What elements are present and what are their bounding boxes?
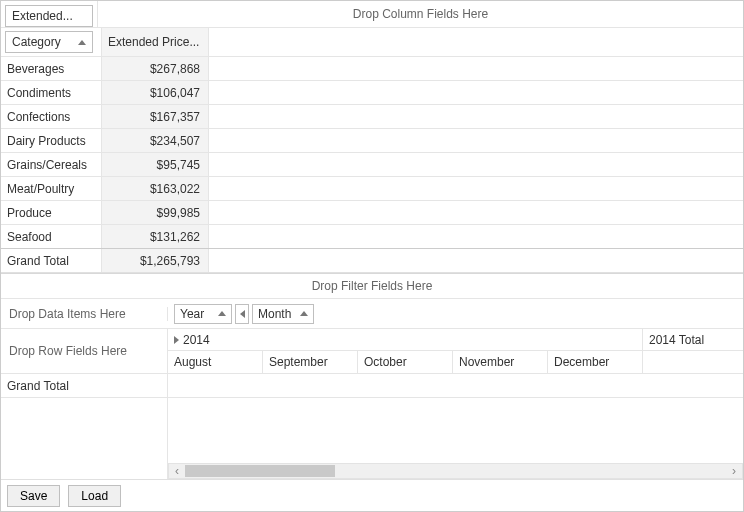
sort-asc-icon: [78, 40, 86, 45]
sort-asc-icon: [300, 311, 308, 316]
value-header-cell[interactable]: Extended Price...: [101, 28, 209, 56]
data-area-empty: [168, 398, 743, 463]
pivot2-body: [1, 398, 743, 479]
row-value: $99,985: [101, 201, 209, 224]
month-header[interactable]: December: [548, 351, 643, 373]
pivot-grid-top: Extended... Drop Column Fields Here Cate…: [1, 1, 743, 273]
row-area-gap: [1, 398, 168, 463]
month-header[interactable]: September: [263, 351, 358, 373]
pivot2-data-col-row: Drop Data Items Here Year Month: [1, 299, 743, 329]
month-header-spacer: [643, 351, 743, 373]
pivot1-column-headers: Category Extended Price...: [1, 28, 743, 56]
col-field-chip-month[interactable]: Month: [252, 304, 314, 324]
value-header-label: Extended Price...: [108, 35, 199, 49]
drop-row-fields-area[interactable]: Drop Row Fields Here: [1, 329, 168, 373]
table-row: Condiments $106,047: [1, 80, 743, 104]
chip-label: Extended...: [12, 9, 73, 23]
row-value: $106,047: [101, 81, 209, 104]
row-value: $131,262: [101, 225, 209, 248]
grand-total-label: Grand Total: [1, 249, 101, 272]
row-value: $234,507: [101, 129, 209, 152]
save-button[interactable]: Save: [7, 485, 60, 507]
pivot2-column-headers: Drop Row Fields Here 2014 2014 Total Aug…: [1, 329, 743, 374]
sort-asc-icon: [218, 311, 226, 316]
grand-total-value: $1,265,793: [101, 249, 209, 272]
footer-toolbar: Save Load: [1, 479, 743, 511]
pivot-grid-bottom: Drop Filter Fields Here Drop Data Items …: [1, 273, 743, 479]
table-row: Grains/Cereals $95,745: [1, 152, 743, 176]
prev-field-button[interactable]: [235, 304, 249, 324]
app-window: Extended... Drop Column Fields Here Cate…: [0, 0, 744, 512]
chip-label: Year: [180, 307, 204, 321]
chip-label: Month: [258, 307, 291, 321]
pivot2-grand-total-label: Grand Total: [1, 374, 168, 397]
month-header-row: August September October November Decemb…: [168, 351, 743, 373]
drop-data-hint: Drop Data Items Here: [9, 307, 126, 321]
pivot1-grid: Category Extended Price... Beverages $26…: [1, 27, 743, 272]
row-field-chip-category[interactable]: Category: [5, 31, 93, 53]
table-row: Confections $167,357: [1, 104, 743, 128]
data-field-chip-extended[interactable]: Extended...: [5, 5, 93, 27]
year-total-header: 2014 Total: [643, 329, 743, 350]
chip-label: Category: [12, 35, 61, 49]
col-field-chip-year[interactable]: Year: [174, 304, 232, 324]
load-button[interactable]: Load: [68, 485, 121, 507]
table-row: Produce $99,985: [1, 200, 743, 224]
drop-data-items-area[interactable]: Drop Data Items Here: [1, 307, 168, 321]
expand-icon[interactable]: [174, 336, 179, 344]
pivot1-header-row: Extended... Drop Column Fields Here: [1, 1, 743, 27]
row-label[interactable]: Dairy Products: [1, 129, 101, 152]
row-label[interactable]: Seafood: [1, 225, 101, 248]
row-field-cell: Category: [1, 28, 101, 56]
row-label[interactable]: Beverages: [1, 57, 101, 80]
month-header[interactable]: October: [358, 351, 453, 373]
horizontal-scrollbar[interactable]: [1, 463, 743, 479]
row-label[interactable]: Meat/Poultry: [1, 177, 101, 200]
chevron-left-icon: [240, 310, 245, 318]
month-header[interactable]: August: [168, 351, 263, 373]
grand-total-row: Grand Total $1,265,793: [1, 248, 743, 272]
drop-filter-hint: Drop Filter Fields Here: [312, 279, 433, 293]
row-value: $267,868: [101, 57, 209, 80]
row-label[interactable]: Produce: [1, 201, 101, 224]
year-label: 2014: [183, 333, 210, 347]
table-row: Seafood $131,262: [1, 224, 743, 248]
table-row: Meat/Poultry $163,022: [1, 176, 743, 200]
drop-row-hint: Drop Row Fields Here: [9, 344, 127, 358]
row-value: $95,745: [101, 153, 209, 176]
row-label[interactable]: Confections: [1, 105, 101, 128]
row-value: $167,357: [101, 105, 209, 128]
pivot2-column-header-right: 2014 2014 Total August September October…: [168, 329, 743, 373]
row-label[interactable]: Condiments: [1, 81, 101, 104]
table-row: Beverages $267,868: [1, 56, 743, 80]
pivot2-empty-space: [1, 398, 743, 463]
pivot2-grand-total-row: Grand Total: [1, 374, 743, 398]
scrollbar-left-gap: [1, 463, 168, 479]
scroll-right-button[interactable]: [726, 464, 742, 478]
table-row: Dairy Products $234,507: [1, 128, 743, 152]
month-header[interactable]: November: [453, 351, 548, 373]
drop-column-fields-area[interactable]: Drop Column Fields Here: [97, 1, 743, 27]
year-total-label: 2014 Total: [649, 333, 704, 347]
column-field-chips: Year Month: [168, 301, 316, 327]
year-header-cell[interactable]: 2014: [168, 329, 643, 350]
scrollbar-thumb[interactable]: [185, 465, 335, 477]
year-header-row: 2014 2014 Total: [168, 329, 743, 351]
scrollbar-track[interactable]: [168, 463, 743, 479]
drop-column-hint: Drop Column Fields Here: [353, 7, 488, 21]
row-label[interactable]: Grains/Cereals: [1, 153, 101, 176]
scroll-left-button[interactable]: [169, 464, 185, 478]
row-value: $163,022: [101, 177, 209, 200]
drop-filter-fields-area[interactable]: Drop Filter Fields Here: [1, 274, 743, 299]
